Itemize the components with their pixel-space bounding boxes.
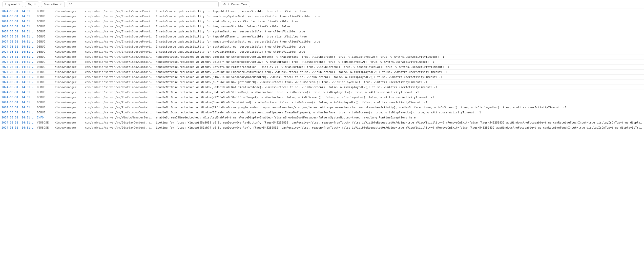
table-row[interactable]: 2024-03-31, 14:31:03.216 VERBOSE WindowM… [0, 125, 644, 130]
log-level: DEBUG [35, 49, 53, 54]
log-time[interactable]: 2024-03-31, 14:31:03.201 [0, 105, 35, 110]
log-tag: WindowManager [53, 110, 84, 115]
log-tag: WindowManager [53, 34, 84, 39]
log-message: InsetsSource updateVisibility for naviga… [154, 49, 644, 54]
tag-label: Tag [28, 3, 32, 6]
log-time[interactable]: 2024-03-31, 14:31:03.201 [0, 24, 35, 29]
log-source: com/android/server/wm/RootWindowContaine… [84, 105, 154, 110]
log-time[interactable]: 2024-03-31, 14:31:03.201 [0, 9, 35, 14]
log-time[interactable]: 2024-03-31, 14:31:03.201 [0, 85, 35, 90]
table-row[interactable]: 2024-03-31, 14:31:03.201 DEBUG WindowMan… [0, 49, 644, 54]
log-level: DEBUG [35, 100, 53, 105]
log-time[interactable]: 2024-03-31, 14:31:03.201 [0, 19, 35, 24]
go-current-time-button[interactable]: Go to Current Time [221, 2, 250, 7]
log-message: handleNotObscuredLocked w: Window{981ab7… [154, 59, 644, 65]
table-row[interactable]: 2024-03-31, 14:31:03.216 VERBOSE WindowM… [0, 120, 644, 125]
log-time[interactable]: 2024-03-31, 14:31:03.201 [0, 29, 35, 34]
table-row[interactable]: 2024-03-31, 14:31:03.201 DEBUG WindowMan… [0, 39, 644, 44]
log-time[interactable]: 2024-03-31, 14:31:03.201 [0, 59, 35, 65]
log-time[interactable]: 2024-03-31, 14:31:03.201 [0, 70, 35, 75]
table-row[interactable]: 2024-03-31, 14:31:03.201 DEBUG WindowMan… [0, 90, 644, 95]
log-tag: WindowManager [53, 75, 84, 80]
table-row[interactable]: 2024-03-31, 14:31:03.201 DEBUG WindowMan… [0, 65, 644, 70]
log-level: DEBUG [35, 24, 53, 29]
table-row[interactable]: 2024-03-31, 14:31:03.201 INFO WindowMana… [0, 115, 644, 120]
toolbar: Log level ▼ Tag ▼ Source files ▼ Go to C… [0, 0, 644, 9]
log-time[interactable]: 2024-03-31, 14:31:03.201 [0, 75, 35, 80]
table-row[interactable]: 2024-03-31, 14:31:03.201 DEBUG WindowMan… [0, 75, 644, 80]
number-input[interactable] [67, 2, 219, 7]
log-tag: WindowManager [53, 14, 84, 19]
table-row[interactable]: 2024-03-31, 14:31:03.201 DEBUG WindowMan… [0, 59, 644, 65]
log-source: com/android/server/wm/RootWindowContaine… [84, 95, 154, 100]
table-row[interactable]: 2024-03-31, 14:31:03.201 DEBUG WindowMan… [0, 29, 644, 34]
log-tag: WindowManager [53, 59, 84, 65]
log-time[interactable]: 2024-03-31, 14:31:03.201 [0, 115, 35, 120]
table-row[interactable]: 2024-03-31, 14:31:03.201 DEBUG WindowMan… [0, 34, 644, 39]
log-message: Looking for focus: Window{981ab74 u0 Scr… [154, 125, 644, 130]
log-tag: WindowManager [53, 120, 84, 125]
table-row[interactable]: 2024-03-31, 14:31:03.201 DEBUG WindowMan… [0, 100, 644, 105]
table-row[interactable]: 2024-03-31, 14:31:03.201 DEBUG WindowMan… [0, 9, 644, 14]
log-time[interactable]: 2024-03-31, 14:31:03.201 [0, 34, 35, 39]
log-tag: WindowManager [53, 100, 84, 105]
table-row[interactable]: 2024-03-31, 14:31:03.201 DEBUG WindowMan… [0, 70, 644, 75]
log-message: handleNotObscuredLocked w: Window{3d3ae1… [154, 85, 644, 90]
log-message: handleNotObscuredLocked w: Window{77fdc4… [154, 105, 644, 110]
log-time[interactable]: 2024-03-31, 14:31:03.201 [0, 14, 35, 19]
log-time[interactable]: 2024-03-31, 14:31:03.201 [0, 65, 35, 70]
log-source: com/android/server/wm/InsetsSourceProvid… [84, 34, 154, 39]
log-level-filter[interactable]: Log level ▼ [3, 2, 23, 7]
tag-filter[interactable]: Tag ▼ [25, 2, 39, 7]
log-time[interactable]: 2024-03-31, 14:31:03.201 [0, 44, 35, 49]
log-time[interactable]: 2024-03-31, 14:31:03.201 [0, 95, 35, 100]
log-message: handleNotObscuredLocked w: Window{95e305… [154, 54, 644, 59]
log-time[interactable]: 2024-03-31, 14:31:03.201 [0, 54, 35, 59]
log-message: handleNotObscuredLocked w: Window{51b221… [154, 75, 644, 80]
tag-chevron: ▼ [34, 3, 36, 6]
log-level: DEBUG [35, 54, 53, 59]
log-tag: WindowManager [53, 49, 84, 54]
log-message: InsetsSource updateVisibility for system… [154, 44, 644, 49]
log-level: DEBUG [35, 9, 53, 14]
log-tag: WindowManager [53, 54, 84, 59]
table-row[interactable]: 2024-03-31, 14:31:03.201 DEBUG WindowMan… [0, 85, 644, 90]
log-message: handleNotObscuredLocked w: Window{d67126… [154, 80, 644, 85]
table-row[interactable]: 2024-03-31, 14:31:03.201 DEBUG WindowMan… [0, 24, 644, 29]
log-tag: WindowManager [53, 39, 84, 44]
log-tag: WindowManager [53, 9, 84, 14]
table-row[interactable]: 2024-03-31, 14:31:03.201 DEBUG WindowMan… [0, 14, 644, 19]
table-row[interactable]: 2024-03-31, 14:31:03.201 DEBUG WindowMan… [0, 54, 644, 59]
log-time[interactable]: 2024-03-31, 14:31:03.216 [0, 125, 35, 130]
log-time[interactable]: 2024-03-31, 14:31:03.201 [0, 49, 35, 54]
log-source: com/android/server/wm/InsetsSourceProvid… [84, 44, 154, 49]
log-time[interactable]: 2024-03-31, 14:31:03.216 [0, 120, 35, 125]
log-level: DEBUG [35, 70, 53, 75]
log-time[interactable]: 2024-03-31, 14:31:03.201 [0, 100, 35, 105]
log-level-chevron: ▼ [18, 3, 20, 6]
log-table-container: 2024-03-31, 14:31:03.201 DEBUG WindowMan… [0, 9, 644, 263]
table-row[interactable]: 2024-03-31, 14:31:03.201 DEBUG WindowMan… [0, 19, 644, 24]
log-message: enableScreenIfNeededLocked: mDisplayEnab… [154, 115, 644, 120]
log-source: com/android/server/wm/RootWindowContaine… [84, 70, 154, 75]
log-message: InsetsSource updateVisibility for tappab… [154, 9, 644, 14]
log-level-label: Log level [5, 3, 16, 6]
table-row[interactable]: 2024-03-31, 14:31:03.201 DEBUG WindowMan… [0, 80, 644, 85]
log-source: com/android/server/wm/DisplayContent.jav… [84, 120, 154, 125]
log-message: InsetsSource updateVisibility for status… [154, 19, 644, 24]
log-time[interactable]: 2024-03-31, 14:31:03.201 [0, 90, 35, 95]
log-time[interactable]: 2024-03-31, 14:31:03.201 [0, 39, 35, 44]
log-time[interactable]: 2024-03-31, 14:31:03.201 [0, 80, 35, 85]
log-source: com/android/server/wm/RootWindowContaine… [84, 110, 154, 115]
log-tag: WindowManager [53, 115, 84, 120]
log-level: DEBUG [35, 14, 53, 19]
log-message: InsetsSource updateVisibility for mandat… [154, 14, 644, 19]
table-row[interactable]: 2024-03-31, 14:31:03.201 DEBUG WindowMan… [0, 105, 644, 110]
log-tag: WindowManager [53, 29, 84, 34]
log-time[interactable]: 2024-03-31, 14:31:03.201 [0, 110, 35, 115]
log-level: VERBOSE [35, 125, 53, 130]
table-row[interactable]: 2024-03-31, 14:31:03.201 DEBUG WindowMan… [0, 95, 644, 100]
table-row[interactable]: 2024-03-31, 14:31:03.201 DEBUG WindowMan… [0, 110, 644, 115]
source-files-filter[interactable]: Source files ▼ [41, 2, 65, 7]
table-row[interactable]: 2024-03-31, 14:31:03.201 DEBUG WindowMan… [0, 44, 644, 49]
